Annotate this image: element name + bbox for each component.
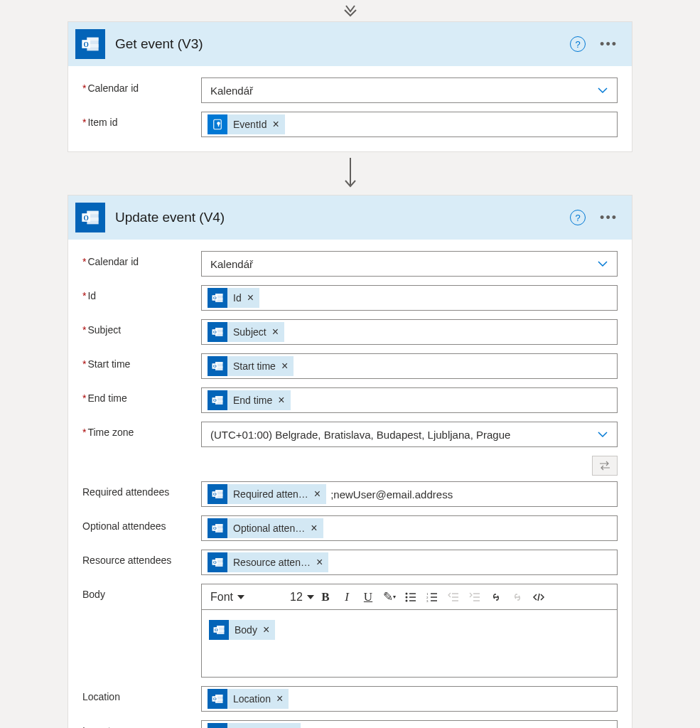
token-id[interactable]: Id × [208,288,259,308]
field-label: *End time [82,387,193,404]
outlook-token-icon [208,356,227,376]
outlook-token-icon [208,484,227,504]
token-eventid[interactable]: EventId × [208,114,285,134]
field-resource-attendees: Resource attendees Resource atten… × [82,550,618,575]
indent-button[interactable] [465,587,485,607]
token-remove-icon[interactable]: × [314,488,321,500]
card-header[interactable]: Get event (V3) ? ••• [68,22,632,66]
outlook-connector-icon [75,203,105,232]
token-remove-icon[interactable]: × [311,523,317,534]
token-label: Resource atten… [232,557,312,568]
token-subject[interactable]: Subject × [208,322,284,342]
calendar-id-select[interactable]: Kalendář [201,251,618,277]
field-calendar-id: *Calendar id Kalendář [82,251,618,277]
optional-attendees-input[interactable]: Optional atten… × [201,515,618,541]
card-update-event: Update event (V4) ? ••• *Calendar id Kal… [68,195,632,728]
required-attendees-input[interactable]: Required atten… × ;newUser@email.address [201,481,618,507]
end-time-input[interactable]: End time × [201,387,618,413]
outlook-token-icon [208,322,227,342]
resource-attendees-input[interactable]: Resource atten… × [201,550,618,575]
help-icon[interactable]: ? [570,36,586,52]
field-end-time: *End time End time × [82,387,618,413]
token-label: EventId [232,119,268,130]
token-body[interactable]: Body × [209,620,275,640]
field-item-id: *Item id EventId × [82,112,618,137]
importance-input[interactable]: Importance × × [201,720,618,728]
id-input[interactable]: Id × [201,285,618,311]
outlook-token-icon [209,620,229,640]
token-label: Body [233,624,259,636]
trigger-icon [208,114,227,134]
token-remove-icon[interactable]: × [247,292,254,304]
font-size-select[interactable]: 12 [284,587,314,607]
field-label: *Item id [82,112,193,128]
token-label: Required atten… [232,488,310,500]
field-location: Location Location × [82,686,618,712]
token-remove-icon[interactable]: × [272,119,279,130]
location-input[interactable]: Location × [201,686,618,712]
card-header[interactable]: Update event (V4) ? ••• [68,196,632,240]
chevron-down-icon [597,429,608,440]
field-importance: Importance Importance × × [82,720,618,728]
field-label: Location [82,686,193,702]
bold-button[interactable]: B [316,587,335,607]
outlook-token-icon [208,552,227,572]
field-label: *Calendar id [82,77,193,94]
field-calendar-id: *Calendar id Kalendář [82,77,618,103]
font-color-button[interactable]: ✎▾ [379,587,399,607]
field-label: *Calendar id [82,251,193,267]
more-menu-icon[interactable]: ••• [596,37,622,52]
italic-button[interactable]: I [337,587,357,607]
token-location[interactable]: Location × [208,689,289,709]
time-zone-select[interactable]: (UTC+01:00) Belgrade, Bratislava, Budape… [201,422,618,447]
start-time-input[interactable]: Start time × [201,353,618,379]
token-remove-icon[interactable]: × [316,557,323,568]
token-remove-icon[interactable]: × [278,395,284,406]
token-remove-icon[interactable]: × [263,624,269,636]
select-value: Kalendář [210,85,597,97]
outlook-token-icon [208,689,227,709]
token-remove-icon[interactable]: × [281,360,288,372]
item-id-input[interactable]: EventId × [201,112,618,137]
field-label: Required attendees [82,481,193,498]
field-optional-attendees: Optional attendees Optional atten… × [82,515,618,541]
outlook-token-icon [208,390,227,410]
subject-input[interactable]: Subject × [201,319,618,345]
field-label: Body [82,584,193,600]
body-rich-editor: Font 12 B I U ✎▾ [201,584,618,678]
token-start-time[interactable]: Start time × [208,356,294,376]
select-value: (UTC+01:00) Belgrade, Bratislava, Budape… [210,429,597,441]
numbered-list-button[interactable] [422,587,442,607]
unlink-button[interactable] [507,587,527,607]
field-label: Resource attendees [82,550,193,566]
field-label: Importance [82,720,193,728]
outlook-token-icon [208,723,227,728]
field-label: Optional attendees [82,515,193,532]
field-label: *Start time [82,353,193,370]
token-label: Location [232,693,272,705]
underline-button[interactable]: U [358,587,378,607]
link-button[interactable] [486,587,506,607]
outlook-token-icon [208,288,227,308]
token-required-attendees[interactable]: Required atten… × [208,484,326,504]
body-content-area[interactable]: Body × [202,610,617,677]
token-remove-icon[interactable]: × [276,693,283,705]
token-importance[interactable]: Importance × [208,723,301,728]
outdent-button[interactable] [443,587,463,607]
more-menu-icon[interactable]: ••• [596,210,622,225]
code-view-button[interactable] [529,587,549,607]
outlook-token-icon [208,518,227,538]
help-icon[interactable]: ? [570,210,586,225]
field-required-attendees: Required attendees Required atten… × ;ne… [82,481,618,507]
token-remove-icon[interactable]: × [272,326,279,338]
card-get-event: Get event (V3) ? ••• *Calendar id Kalend… [68,21,632,152]
swap-button[interactable] [592,456,618,476]
calendar-id-select[interactable]: Kalendář [201,77,618,103]
field-subject: *Subject Subject × [82,319,618,345]
token-resource-attendees[interactable]: Resource atten… × [208,552,328,572]
token-optional-attendees[interactable]: Optional atten… × [208,518,323,538]
select-value: Kalendář [210,258,597,270]
font-family-select[interactable]: Font [205,587,283,607]
bullet-list-button[interactable] [401,587,421,607]
token-end-time[interactable]: End time × [208,390,291,410]
